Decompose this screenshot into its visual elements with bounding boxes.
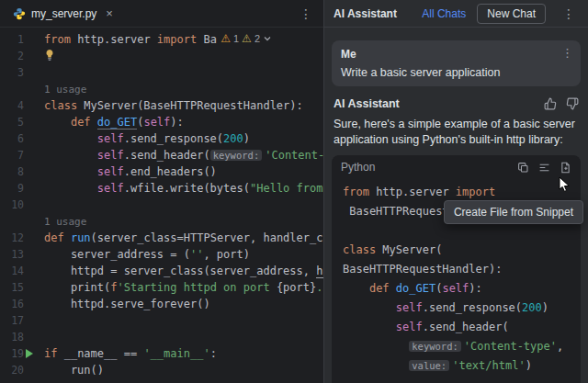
code-line: 9 self.wfile.write(bytes("Hello from Pyt…	[0, 180, 323, 197]
code-line: 18	[0, 329, 323, 345]
line-number: 13	[0, 246, 33, 263]
usage-inlay-hint[interactable]: 1 usage	[44, 84, 86, 96]
line-number: 1	[0, 31, 33, 48]
code-text: httpd.serve_forever()	[33, 296, 210, 312]
code-line: 7 self.send_header(keyword:'Content-type…	[0, 147, 323, 163]
panel-options-kebab-icon[interactable]: ⋮	[557, 6, 581, 21]
panel-title: AI Assistant	[334, 7, 397, 20]
code-line: keyword:'Content-type',	[343, 337, 570, 356]
code-text: class MyServer(	[343, 243, 442, 256]
code-text: if __name__ == '__main__':	[33, 345, 217, 362]
copy-icon[interactable]	[517, 162, 529, 174]
editor-options-kebab-icon[interactable]: ⋮	[294, 6, 318, 21]
line-number: 17	[0, 312, 33, 329]
line-number: 20	[0, 362, 33, 378]
code-text: class MyServer(BaseHTTPRequestHandler):	[33, 97, 303, 114]
line-number: 19	[0, 345, 33, 362]
line-number: 15	[0, 279, 33, 296]
code-line: self.send_response(200)	[343, 299, 570, 318]
code-text: keyword:'Content-type',	[343, 340, 563, 353]
code-text: def run(server_class=HTTPServer, handler…	[33, 230, 323, 246]
code-line: value:'text/html')	[343, 356, 570, 376]
code-line: self.send_header(	[343, 318, 570, 337]
code-text	[33, 329, 44, 345]
code-line: 15 print(f'Starting httpd on port {port}…	[0, 279, 323, 296]
code-line: 3	[0, 64, 323, 81]
line-number: 9	[0, 180, 33, 197]
line-number: 16	[0, 296, 33, 312]
line-number: 5	[0, 114, 33, 130]
code-line: 12def run(server_class=HTTPServer, handl…	[0, 230, 323, 246]
all-chats-link[interactable]: All Chats	[422, 7, 466, 20]
ai-panel-header: AI Assistant All Chats New Chat ⋮	[324, 0, 588, 28]
usage-inlay-hint[interactable]: 1 usage	[44, 216, 86, 228]
code-text: value:'text/html')	[343, 359, 532, 372]
ai-assistant-panel: AI Assistant All Chats New Chat ⋮ Me ⋮ W…	[323, 0, 588, 383]
tab-close-icon[interactable]: ×	[106, 6, 113, 20]
code-line: 14 httpd = server_class(server_address, …	[0, 263, 323, 279]
assistant-response-text: Sure, here's a simple example of a basic…	[334, 117, 579, 148]
thumbs-down-icon[interactable]	[566, 97, 579, 110]
code-line: def do_GET(self):	[343, 279, 570, 299]
line-number: 7	[0, 147, 33, 163]
tab-my-server-py[interactable]: my_server.py ×	[6, 0, 120, 27]
weak-warning-icon: ⚠	[242, 32, 252, 45]
code-text: BaseHTTPRequestHandler):	[343, 263, 502, 276]
code-line: 8 self.end_headers()	[0, 163, 323, 180]
code-text: self.send_header(keyword:'Content-type',	[33, 147, 323, 163]
code-text: def do_GET(self):	[343, 282, 482, 295]
thumbs-up-icon[interactable]	[544, 97, 557, 110]
code-text: run()	[33, 362, 104, 378]
user-message-author: Me	[341, 48, 571, 61]
code-line: 20 run()	[0, 362, 323, 378]
insert-snippet-icon[interactable]	[538, 162, 550, 174]
code-line: 6 self.send_response(200)	[0, 130, 323, 147]
create-file-tooltip: Create File from Snippet	[444, 200, 583, 224]
editor-tab-bar: my_server.py × ⋮	[0, 0, 323, 28]
code-text: self.wfile.write(bytes("Hello from Pytho	[33, 180, 323, 197]
mouse-cursor	[559, 176, 571, 193]
code-text: self.send_header(	[343, 321, 509, 333]
code-text	[33, 48, 57, 64]
line-number: 10	[0, 197, 33, 213]
inspections-widget[interactable]: ⚠ 1 ⚠ 2	[217, 31, 276, 46]
code-line: 1 usage	[0, 81, 323, 97]
line-number: 14	[0, 263, 33, 279]
new-chat-button[interactable]: New Chat	[477, 4, 546, 24]
code-line: 10	[0, 197, 323, 213]
chevron-down-icon[interactable]	[263, 34, 272, 43]
tab-filename: my_server.py	[31, 7, 96, 20]
code-text: self.end_headers()	[33, 163, 217, 180]
code-editor: my_server.py × ⋮ 1from http.server impor…	[0, 0, 323, 383]
code-text: server_address = ('', port)	[33, 246, 250, 263]
code-line: BaseHTTPRequestHandler):	[343, 260, 570, 279]
code-text: self.send_response(200)	[343, 301, 548, 314]
editor-code-area[interactable]: 1from http.server import BaseHTTPRe231 u…	[0, 28, 323, 378]
code-text: self.send_response(200)	[33, 130, 250, 147]
code-text	[33, 197, 44, 213]
create-file-icon[interactable]	[560, 162, 571, 174]
code-text: 1 usage	[33, 213, 86, 230]
code-line: 5 def do_GET(self):	[0, 114, 323, 130]
assistant-response: AI Assistant Sure, here's a simple examp…	[324, 86, 588, 148]
code-line: 17	[0, 312, 323, 329]
code-language-label: Python	[341, 161, 375, 174]
code-text: def do_GET(self):	[33, 114, 184, 130]
line-number: 8	[0, 163, 33, 180]
line-number	[0, 213, 33, 230]
user-message-card: Me ⋮ Write a basic server application	[332, 40, 581, 86]
chat-code-block: Python from http.server import BaseHTTPR…	[332, 155, 581, 383]
line-number: 12	[0, 230, 33, 246]
run-gutter-icon[interactable]	[26, 349, 33, 358]
message-options-kebab-icon[interactable]: ⋮	[561, 46, 573, 60]
code-line: 2	[0, 48, 323, 64]
warning-count: 1	[233, 33, 239, 44]
warning-icon: ⚠	[220, 32, 231, 45]
weak-warning-count: 2	[254, 33, 260, 44]
line-number: 3	[0, 64, 33, 81]
python-file-icon	[13, 7, 26, 20]
intention-bulb-icon[interactable]	[44, 49, 57, 62]
line-number: 4	[0, 97, 33, 114]
line-number	[0, 81, 33, 97]
code-line: 1 usage	[0, 213, 323, 230]
